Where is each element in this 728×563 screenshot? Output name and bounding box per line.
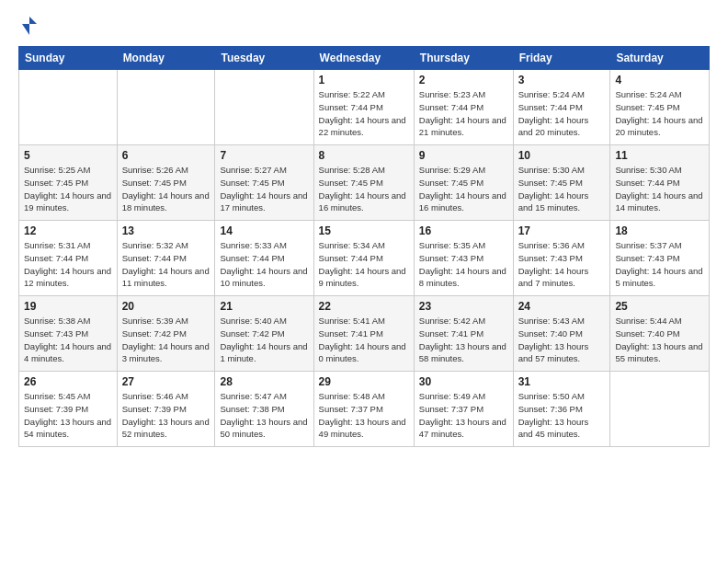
day-number: 18 <box>615 224 704 237</box>
day-number: 3 <box>518 74 606 86</box>
day-number: 28 <box>220 375 308 388</box>
weekday-saturday: Saturday <box>610 47 710 70</box>
calendar: SundayMondayTuesdayWednesdayThursdayFrid… <box>18 46 710 447</box>
day-number: 24 <box>518 300 606 313</box>
week-row-4: 19Sunrise: 5:38 AM Sunset: 7:43 PM Dayli… <box>19 296 710 372</box>
day-cell: 21Sunrise: 5:40 AM Sunset: 7:42 PM Dayli… <box>215 296 313 372</box>
day-info: Sunrise: 5:30 AM Sunset: 7:45 PM Dayligh… <box>518 164 606 214</box>
week-row-5: 26Sunrise: 5:45 AM Sunset: 7:39 PM Dayli… <box>19 372 710 447</box>
day-cell: 18Sunrise: 5:37 AM Sunset: 7:43 PM Dayli… <box>610 221 710 296</box>
day-cell: 20Sunrise: 5:39 AM Sunset: 7:42 PM Dayli… <box>117 296 215 372</box>
day-number: 21 <box>220 300 308 313</box>
day-number: 9 <box>419 149 508 162</box>
day-info: Sunrise: 5:46 AM Sunset: 7:39 PM Dayligh… <box>122 390 210 441</box>
day-number: 25 <box>615 300 704 313</box>
day-number: 14 <box>220 224 308 237</box>
day-cell: 4Sunrise: 5:24 AM Sunset: 7:45 PM Daylig… <box>610 70 710 145</box>
weekday-header-row: SundayMondayTuesdayWednesdayThursdayFrid… <box>19 47 710 70</box>
day-number: 1 <box>319 74 409 86</box>
day-cell: 23Sunrise: 5:42 AM Sunset: 7:41 PM Dayli… <box>414 296 513 372</box>
day-cell: 27Sunrise: 5:46 AM Sunset: 7:39 PM Dayli… <box>117 372 215 447</box>
day-info: Sunrise: 5:22 AM Sunset: 7:44 PM Dayligh… <box>319 88 409 139</box>
weekday-sunday: Sunday <box>19 47 118 70</box>
day-number: 6 <box>122 149 210 162</box>
day-cell: 28Sunrise: 5:47 AM Sunset: 7:38 PM Dayli… <box>215 372 313 447</box>
day-cell: 8Sunrise: 5:28 AM Sunset: 7:45 PM Daylig… <box>313 145 414 221</box>
day-cell: 5Sunrise: 5:25 AM Sunset: 7:45 PM Daylig… <box>19 145 118 221</box>
day-cell: 11Sunrise: 5:30 AM Sunset: 7:44 PM Dayli… <box>610 145 710 221</box>
day-number: 2 <box>419 74 508 86</box>
day-cell: 6Sunrise: 5:26 AM Sunset: 7:45 PM Daylig… <box>117 145 215 221</box>
day-info: Sunrise: 5:29 AM Sunset: 7:45 PM Dayligh… <box>419 164 508 214</box>
page: SundayMondayTuesdayWednesdayThursdayFrid… <box>0 0 728 456</box>
day-number: 22 <box>319 300 409 313</box>
day-info: Sunrise: 5:44 AM Sunset: 7:40 PM Dayligh… <box>615 315 704 365</box>
header <box>18 15 710 37</box>
day-number: 29 <box>319 375 409 388</box>
weekday-tuesday: Tuesday <box>215 47 313 70</box>
day-cell: 25Sunrise: 5:44 AM Sunset: 7:40 PM Dayli… <box>610 296 710 372</box>
day-cell: 26Sunrise: 5:45 AM Sunset: 7:39 PM Dayli… <box>19 372 118 447</box>
day-number: 12 <box>24 224 112 237</box>
day-info: Sunrise: 5:35 AM Sunset: 7:43 PM Dayligh… <box>419 239 508 290</box>
day-info: Sunrise: 5:32 AM Sunset: 7:44 PM Dayligh… <box>122 239 210 290</box>
day-number: 7 <box>220 149 308 162</box>
day-cell: 14Sunrise: 5:33 AM Sunset: 7:44 PM Dayli… <box>215 221 313 296</box>
weekday-wednesday: Wednesday <box>313 47 414 70</box>
day-info: Sunrise: 5:43 AM Sunset: 7:40 PM Dayligh… <box>518 315 606 365</box>
day-cell: 9Sunrise: 5:29 AM Sunset: 7:45 PM Daylig… <box>414 145 513 221</box>
day-cell <box>610 372 710 447</box>
day-info: Sunrise: 5:31 AM Sunset: 7:44 PM Dayligh… <box>24 239 112 290</box>
logo-icon <box>20 15 39 37</box>
day-number: 31 <box>518 375 606 388</box>
day-number: 10 <box>518 149 606 162</box>
day-info: Sunrise: 5:30 AM Sunset: 7:44 PM Dayligh… <box>615 164 704 214</box>
day-cell: 13Sunrise: 5:32 AM Sunset: 7:44 PM Dayli… <box>117 221 215 296</box>
day-number: 5 <box>24 149 112 162</box>
day-number: 8 <box>319 149 409 162</box>
day-info: Sunrise: 5:24 AM Sunset: 7:45 PM Dayligh… <box>615 88 704 139</box>
day-info: Sunrise: 5:24 AM Sunset: 7:44 PM Dayligh… <box>518 88 606 139</box>
logo <box>18 15 39 37</box>
day-cell: 12Sunrise: 5:31 AM Sunset: 7:44 PM Dayli… <box>19 221 118 296</box>
day-cell: 7Sunrise: 5:27 AM Sunset: 7:45 PM Daylig… <box>215 145 313 221</box>
day-info: Sunrise: 5:23 AM Sunset: 7:44 PM Dayligh… <box>419 88 508 139</box>
day-info: Sunrise: 5:41 AM Sunset: 7:41 PM Dayligh… <box>319 315 409 365</box>
day-info: Sunrise: 5:36 AM Sunset: 7:43 PM Dayligh… <box>518 239 606 290</box>
day-cell: 16Sunrise: 5:35 AM Sunset: 7:43 PM Dayli… <box>414 221 513 296</box>
week-row-1: 1Sunrise: 5:22 AM Sunset: 7:44 PM Daylig… <box>19 70 710 145</box>
weekday-friday: Friday <box>513 47 610 70</box>
day-cell: 19Sunrise: 5:38 AM Sunset: 7:43 PM Dayli… <box>19 296 118 372</box>
day-info: Sunrise: 5:25 AM Sunset: 7:45 PM Dayligh… <box>24 164 112 214</box>
day-cell: 29Sunrise: 5:48 AM Sunset: 7:37 PM Dayli… <box>313 372 414 447</box>
day-info: Sunrise: 5:47 AM Sunset: 7:38 PM Dayligh… <box>220 390 308 441</box>
week-row-3: 12Sunrise: 5:31 AM Sunset: 7:44 PM Dayli… <box>19 221 710 296</box>
day-cell: 1Sunrise: 5:22 AM Sunset: 7:44 PM Daylig… <box>313 70 414 145</box>
day-info: Sunrise: 5:37 AM Sunset: 7:43 PM Dayligh… <box>615 239 704 290</box>
day-number: 26 <box>24 375 112 388</box>
day-number: 20 <box>122 300 210 313</box>
day-cell: 30Sunrise: 5:49 AM Sunset: 7:37 PM Dayli… <box>414 372 513 447</box>
day-info: Sunrise: 5:33 AM Sunset: 7:44 PM Dayligh… <box>220 239 308 290</box>
day-cell: 15Sunrise: 5:34 AM Sunset: 7:44 PM Dayli… <box>313 221 414 296</box>
day-number: 4 <box>615 74 704 86</box>
day-cell <box>215 70 313 145</box>
day-info: Sunrise: 5:38 AM Sunset: 7:43 PM Dayligh… <box>24 315 112 365</box>
day-cell <box>117 70 215 145</box>
weekday-monday: Monday <box>117 47 215 70</box>
day-cell: 17Sunrise: 5:36 AM Sunset: 7:43 PM Dayli… <box>513 221 610 296</box>
day-info: Sunrise: 5:26 AM Sunset: 7:45 PM Dayligh… <box>122 164 210 214</box>
day-cell: 2Sunrise: 5:23 AM Sunset: 7:44 PM Daylig… <box>414 70 513 145</box>
day-number: 13 <box>122 224 210 237</box>
week-row-2: 5Sunrise: 5:25 AM Sunset: 7:45 PM Daylig… <box>19 145 710 221</box>
day-cell: 31Sunrise: 5:50 AM Sunset: 7:36 PM Dayli… <box>513 372 610 447</box>
day-info: Sunrise: 5:48 AM Sunset: 7:37 PM Dayligh… <box>319 390 409 441</box>
day-cell: 24Sunrise: 5:43 AM Sunset: 7:40 PM Dayli… <box>513 296 610 372</box>
weekday-thursday: Thursday <box>414 47 513 70</box>
day-info: Sunrise: 5:28 AM Sunset: 7:45 PM Dayligh… <box>319 164 409 214</box>
day-info: Sunrise: 5:42 AM Sunset: 7:41 PM Dayligh… <box>419 315 508 365</box>
day-number: 19 <box>24 300 112 313</box>
day-number: 30 <box>419 375 508 388</box>
day-cell: 22Sunrise: 5:41 AM Sunset: 7:41 PM Dayli… <box>313 296 414 372</box>
day-number: 23 <box>419 300 508 313</box>
